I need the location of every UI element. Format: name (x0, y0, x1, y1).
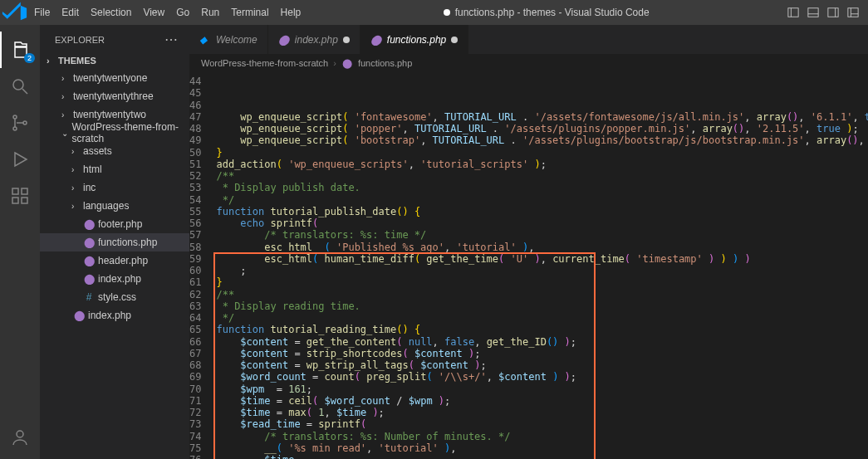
layout-controls (787, 6, 868, 19)
php-file-icon: ⬤ (370, 34, 382, 46)
editor[interactable]: 44 45 46 47 48 49 50 51 52 53 54 55 56 5… (189, 72, 868, 459)
php-file-icon: ⬤ (83, 273, 95, 285)
panel-left-icon[interactable] (787, 6, 800, 19)
tree-folder[interactable]: ›languages (40, 197, 189, 215)
css-file-icon: # (83, 291, 95, 303)
svg-rect-4 (828, 8, 838, 17)
editor-tab[interactable]: ⬤index.php (268, 25, 360, 54)
sidebar-section-label: THEMES (58, 56, 96, 66)
tree-file[interactable]: ⬤functions.php (40, 233, 189, 251)
svg-rect-14 (12, 188, 18, 194)
svg-rect-15 (22, 188, 27, 194)
menu-run[interactable]: Run (196, 7, 224, 18)
chevron-right-icon: › (333, 58, 336, 68)
vscode-icon: ◆ (199, 34, 211, 46)
activity-bar: 2 (0, 25, 40, 459)
menu-file[interactable]: File (29, 7, 55, 18)
dirty-indicator-icon (451, 37, 458, 43)
dirty-indicator-icon (343, 37, 350, 43)
activity-run-debug[interactable] (0, 141, 40, 178)
explorer-badge: 2 (24, 53, 35, 63)
breadcrumb-segment[interactable]: functions.php (358, 58, 412, 68)
menu-go[interactable]: Go (171, 7, 194, 18)
activity-accounts[interactable] (0, 422, 40, 459)
php-file-icon: ⬤ (278, 34, 290, 46)
window-title: functions.php - themes - Visual Studio C… (306, 7, 787, 18)
sidebar-title: EXPLORER (55, 35, 105, 45)
code-content[interactable]: wp_enqueue_script( 'fontawesome', TUTORI… (216, 72, 868, 459)
titlebar: File Edit Selection View Go Run Terminal… (0, 0, 868, 25)
tree-folder[interactable]: ⌄WordPress-theme-from-scratch (40, 124, 189, 142)
tree-folder[interactable]: ›html (40, 160, 189, 178)
layout-icon[interactable] (846, 6, 860, 19)
svg-rect-17 (22, 198, 27, 203)
php-file-icon: ⬤ (83, 237, 95, 248)
activity-source-control[interactable] (0, 105, 40, 141)
editor-tab[interactable]: ⬤functions.php (360, 25, 468, 54)
editor-tab[interactable]: ◆Welcome (189, 25, 268, 54)
tree-file[interactable]: ⬤header.php (40, 251, 189, 270)
svg-rect-16 (12, 198, 18, 203)
chevron-right-icon: › (47, 56, 55, 66)
tree-folder[interactable]: ›twentytwentythree (40, 87, 189, 105)
svg-rect-0 (788, 8, 798, 17)
tree-file[interactable]: ⬤index.php (40, 270, 189, 288)
sidebar-more-icon[interactable]: ⋯ (164, 32, 179, 47)
dirty-indicator-icon (444, 9, 450, 16)
svg-point-11 (13, 115, 17, 119)
php-file-icon: ⬤ (83, 218, 95, 230)
breadcrumb[interactable]: WordPress-theme-from-scratch › ⬤ functio… (189, 54, 868, 72)
php-file-icon: ⬤ (341, 58, 353, 69)
panel-right-icon[interactable] (826, 6, 840, 19)
tree-folder[interactable]: ›assets (40, 142, 189, 160)
tree-file[interactable]: ⬤index.php (40, 306, 189, 325)
tree-file[interactable]: #style.css (40, 288, 189, 306)
svg-point-12 (13, 127, 17, 130)
sidebar-explorer: EXPLORER ⋯ › THEMES ›twentytwentyone›twe… (40, 25, 189, 459)
svg-line-10 (22, 89, 27, 94)
breadcrumb-segment[interactable]: WordPress-theme-from-scratch (201, 58, 328, 68)
menu-terminal[interactable]: Terminal (226, 7, 273, 18)
php-file-icon: ⬤ (83, 255, 95, 266)
sidebar-section-header[interactable]: › THEMES (40, 54, 189, 67)
activity-explorer[interactable]: 2 (0, 32, 40, 68)
panel-bottom-icon[interactable] (807, 6, 820, 19)
svg-point-13 (23, 121, 27, 125)
file-tree: ›twentytwentyone›twentytwentythree›twent… (40, 67, 189, 326)
editor-tabs: ◆Welcome⬤index.php⬤functions.php (189, 25, 868, 54)
svg-rect-6 (848, 8, 858, 17)
vscode-logo-icon (0, 0, 29, 27)
tree-folder[interactable]: ›inc (40, 178, 189, 197)
svg-rect-2 (808, 8, 818, 17)
menu-selection[interactable]: Selection (86, 7, 136, 18)
php-file-icon: ⬤ (73, 310, 85, 321)
svg-point-18 (17, 431, 23, 437)
activity-search[interactable] (0, 68, 40, 105)
window-title-text: functions.php - themes - Visual Studio C… (455, 7, 650, 18)
editor-area: ◆Welcome⬤index.php⬤functions.php WordPre… (189, 25, 868, 459)
tree-file[interactable]: ⬤footer.php (40, 215, 189, 233)
line-numbers: 44 45 46 47 48 49 50 51 52 53 54 55 56 5… (189, 72, 216, 459)
menu-edit[interactable]: Edit (56, 7, 84, 18)
menu-bar: File Edit Selection View Go Run Terminal… (29, 7, 306, 18)
menu-help[interactable]: Help (276, 7, 306, 18)
tree-folder[interactable]: ›twentytwentyone (40, 69, 189, 87)
activity-extensions[interactable] (0, 178, 40, 214)
svg-point-9 (13, 80, 23, 90)
menu-view[interactable]: View (138, 7, 169, 18)
